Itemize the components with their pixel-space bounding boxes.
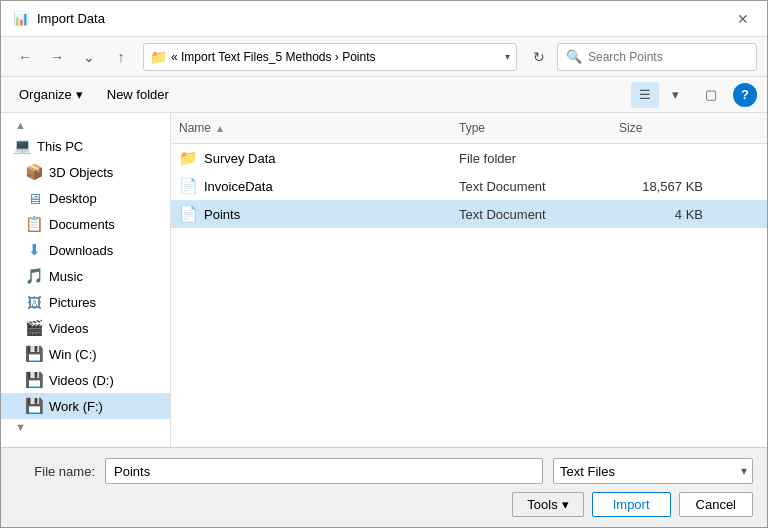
sidebar-item-videos[interactable]: 🎬 Videos xyxy=(1,315,170,341)
recent-button[interactable]: ⌄ xyxy=(75,43,103,71)
organize-label: Organize xyxy=(19,87,72,102)
filename-label: File name: xyxy=(15,464,95,479)
dialog-title: Import Data xyxy=(37,11,105,26)
music-icon: 🎵 xyxy=(25,267,43,285)
cancel-button[interactable]: Cancel xyxy=(679,492,753,517)
videos-icon: 🎬 xyxy=(25,319,43,337)
file-name-label: Survey Data xyxy=(204,151,276,166)
breadcrumb[interactable]: 📁 « Import Text Files_5 Methods › Points… xyxy=(143,43,517,71)
organize-button[interactable]: Organize ▾ xyxy=(11,84,91,105)
refresh-button[interactable]: ↻ xyxy=(525,43,553,71)
search-input[interactable] xyxy=(588,50,748,64)
file-type-cell: Text Document xyxy=(451,176,611,197)
close-button[interactable]: ✕ xyxy=(731,7,755,31)
sidebar-item-videos-label: Videos xyxy=(49,321,89,336)
sidebar-scroll-up[interactable]: ▲ xyxy=(1,117,170,133)
file-name-cell: 📄 InvoiceData xyxy=(171,174,451,198)
column-header-size[interactable]: Size xyxy=(611,117,711,139)
preview-pane-button[interactable]: ▢ xyxy=(697,82,725,108)
toolbar: Organize ▾ New folder ☰ ▾ ▢ ? xyxy=(1,77,767,113)
breadcrumb-dropdown-arrow[interactable]: ▾ xyxy=(505,51,510,62)
document-icon: 📄 xyxy=(179,177,198,195)
new-folder-button[interactable]: New folder xyxy=(99,84,177,105)
column-name-label: Name xyxy=(179,121,211,135)
table-row[interactable]: 📄 Points Text Document 4 KB xyxy=(171,200,767,228)
list-view-button[interactable]: ☰ xyxy=(631,82,659,108)
view-dropdown-button[interactable]: ▾ xyxy=(661,82,689,108)
filetype-wrapper: Text Files All Files CSV Files xyxy=(553,458,753,484)
organize-dropdown-arrow: ▾ xyxy=(76,87,83,102)
dialog-icon: 📊 xyxy=(13,11,29,27)
tools-button[interactable]: Tools ▾ xyxy=(512,492,583,517)
sidebar-item-3d-objects-label: 3D Objects xyxy=(49,165,113,180)
sidebar-item-videos-d-label: Videos (D:) xyxy=(49,373,114,388)
file-area: Name ▲ Type Size 📁 Survey Data File fold… xyxy=(171,113,767,447)
actions-row: Tools ▾ Import Cancel xyxy=(15,492,753,517)
sidebar-item-desktop-label: Desktop xyxy=(49,191,97,206)
file-name-cell: 📁 Survey Data xyxy=(171,146,451,170)
sidebar-item-downloads-label: Downloads xyxy=(49,243,113,258)
breadcrumb-path: « Import Text Files_5 Methods › Points xyxy=(171,50,376,64)
sidebar-item-music[interactable]: 🎵 Music xyxy=(1,263,170,289)
3d-objects-icon: 📦 xyxy=(25,163,43,181)
sidebar-item-documents-label: Documents xyxy=(49,217,115,232)
videos-d-icon: 💾 xyxy=(25,371,43,389)
sidebar: ▲ 💻 This PC 📦 3D Objects 🖥 Desktop 📋 Doc… xyxy=(1,113,171,447)
main-content: ▲ 💻 This PC 📦 3D Objects 🖥 Desktop 📋 Doc… xyxy=(1,113,767,447)
sidebar-item-pictures[interactable]: 🖼 Pictures xyxy=(1,289,170,315)
column-header-type[interactable]: Type xyxy=(451,117,611,139)
file-size-cell xyxy=(611,155,711,161)
table-row[interactable]: 📄 InvoiceData Text Document 18,567 KB xyxy=(171,172,767,200)
this-pc-icon: 💻 xyxy=(13,137,31,155)
column-type-label: Type xyxy=(459,121,485,135)
bottom-bar: File name: Text Files All Files CSV File… xyxy=(1,447,767,527)
file-name-label: InvoiceData xyxy=(204,179,273,194)
folder-icon: 📁 xyxy=(179,149,198,167)
breadcrumb-folder-icon: 📁 xyxy=(150,49,167,65)
up-button[interactable]: ↑ xyxy=(107,43,135,71)
help-button[interactable]: ? xyxy=(733,83,757,107)
forward-button[interactable]: → xyxy=(43,43,71,71)
file-size-cell: 18,567 KB xyxy=(611,176,711,197)
table-row[interactable]: 📁 Survey Data File folder xyxy=(171,144,767,172)
filetype-select[interactable]: Text Files All Files CSV Files xyxy=(553,458,753,484)
sidebar-item-3d-objects[interactable]: 📦 3D Objects xyxy=(1,159,170,185)
sidebar-item-win-c-label: Win (C:) xyxy=(49,347,97,362)
file-type-cell: Text Document xyxy=(451,204,611,225)
documents-icon: 📋 xyxy=(25,215,43,233)
document-icon: 📄 xyxy=(179,205,198,223)
filename-input[interactable] xyxy=(105,458,543,484)
downloads-icon: ⬇ xyxy=(25,241,43,259)
import-button[interactable]: Import xyxy=(592,492,671,517)
sidebar-item-work-f-label: Work (F:) xyxy=(49,399,103,414)
import-dialog: 📊 Import Data ✕ ← → ⌄ ↑ 📁 « Import Text … xyxy=(0,0,768,528)
new-folder-label: New folder xyxy=(107,87,169,102)
sidebar-item-this-pc[interactable]: 💻 This PC xyxy=(1,133,170,159)
sidebar-item-win-c[interactable]: 💾 Win (C:) xyxy=(1,341,170,367)
file-name-label: Points xyxy=(204,207,240,222)
sidebar-item-videos-d[interactable]: 💾 Videos (D:) xyxy=(1,367,170,393)
work-f-icon: 💾 xyxy=(25,397,43,415)
win-c-icon: 💾 xyxy=(25,345,43,363)
title-bar-left: 📊 Import Data xyxy=(13,11,105,27)
sidebar-item-music-label: Music xyxy=(49,269,83,284)
tools-label: Tools xyxy=(527,497,557,512)
tools-dropdown-arrow: ▾ xyxy=(562,497,569,512)
search-bar: 🔍 xyxy=(557,43,757,71)
name-sort-arrow: ▲ xyxy=(215,123,225,134)
pictures-icon: 🖼 xyxy=(25,294,43,311)
back-button[interactable]: ← xyxy=(11,43,39,71)
file-size-cell: 4 KB xyxy=(611,204,711,225)
title-bar: 📊 Import Data ✕ xyxy=(1,1,767,37)
sidebar-item-downloads[interactable]: ⬇ Downloads xyxy=(1,237,170,263)
nav-bar: ← → ⌄ ↑ 📁 « Import Text Files_5 Methods … xyxy=(1,37,767,77)
column-size-label: Size xyxy=(619,121,642,135)
sidebar-item-documents[interactable]: 📋 Documents xyxy=(1,211,170,237)
sidebar-item-pictures-label: Pictures xyxy=(49,295,96,310)
column-header-name[interactable]: Name ▲ xyxy=(171,117,451,139)
sidebar-item-work-f[interactable]: 💾 Work (F:) xyxy=(1,393,170,419)
search-icon: 🔍 xyxy=(566,49,582,64)
sidebar-scroll-down[interactable]: ▼ xyxy=(1,419,170,435)
sidebar-item-desktop[interactable]: 🖥 Desktop xyxy=(1,185,170,211)
desktop-icon: 🖥 xyxy=(25,190,43,207)
